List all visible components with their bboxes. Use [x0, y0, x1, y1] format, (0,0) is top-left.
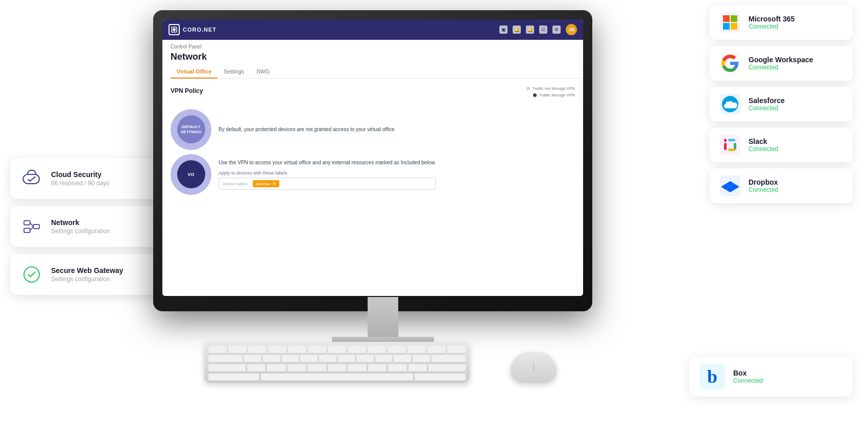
device-labels-section: Apply to devices with these labels Devic…: [219, 170, 436, 190]
label-tag-remove[interactable]: ✕: [272, 181, 276, 186]
vpn-vo-circle-outer: VO: [171, 154, 211, 195]
key: [308, 346, 326, 353]
tab-swg[interactable]: SWG: [250, 65, 276, 79]
vpn-vo-row: VO Use the VPN to access your virtual of…: [171, 154, 575, 195]
nav-settings-icon[interactable]: ⚙: [552, 26, 561, 34]
svg-rect-15: [728, 148, 735, 151]
app-logo: CORO.NET: [168, 24, 216, 35]
google-workspace-name: Google Workspace: [749, 56, 813, 64]
microsoft365-card[interactable]: Microsoft 365 Connected: [710, 5, 853, 40]
salesforce-info: Salesforce Connected: [749, 96, 785, 112]
key: [244, 355, 261, 362]
mouse-scroll-wheel: [534, 362, 534, 373]
device-labels-input[interactable]: Device labels alexmac ✕: [219, 178, 436, 190]
key: [247, 364, 266, 371]
dropbox-name: Dropbox: [749, 178, 778, 186]
nav-bar: CORO.NET ▣ 🔔 🔔 ☑ ⚙ JB: [162, 19, 583, 40]
cloud-icon: [19, 166, 44, 191]
microsoft365-name: Microsoft 365: [749, 15, 794, 23]
app-name: CORO.NET: [183, 27, 216, 33]
key: [208, 374, 259, 381]
key: [263, 355, 280, 362]
cloud-security-card-body: Cloud Security 66 resolved / 90 days: [51, 170, 149, 187]
vpn-vo-content: Use the VPN to access your virtual offic…: [219, 159, 436, 190]
vpn-default-circle-inner: DEFAULTSETTINGS: [177, 115, 205, 143]
network-card[interactable]: Network Settings configuration ⚙: [10, 206, 174, 247]
box-card[interactable]: b Box Connected: [689, 357, 853, 396]
slack-card[interactable]: Slack Connected: [710, 128, 853, 162]
nav-avatar[interactable]: JB: [566, 24, 577, 35]
key: [415, 374, 466, 381]
key: [208, 364, 246, 371]
google-workspace-card[interactable]: Google Workspace Connected: [710, 46, 853, 81]
vpn-header: VPN Policy Traffic not through VPN Traff…: [171, 86, 575, 99]
breadcrumb-parent[interactable]: Control Panel: [171, 44, 202, 49]
keyboard-row-4: [208, 374, 466, 381]
microsoft365-status: Connected: [749, 23, 794, 30]
svg-point-8: [173, 28, 176, 31]
mouse: [511, 352, 557, 383]
nav-alert-icon[interactable]: 🔔: [513, 26, 521, 34]
key: [328, 364, 346, 371]
cloud-security-card[interactable]: Cloud Security 66 resolved / 90 days 6: [10, 158, 174, 199]
vpn-vo-description: Use the VPN to access your virtual offic…: [219, 159, 436, 166]
slack-name: Slack: [749, 137, 778, 145]
svg-rect-13: [732, 139, 735, 141]
key: [268, 346, 286, 353]
nav-monitor-icon[interactable]: ▣: [499, 26, 508, 34]
vpn-default-row: DEFAULTSETTINGS By default, your protect…: [171, 109, 575, 150]
legend-no-vpn: Traffic not through VPN: [526, 86, 575, 92]
network-card-subtitle: Settings configuration: [51, 228, 148, 235]
keyboard-row-3: [208, 364, 466, 371]
box-info: Box Connected: [733, 369, 763, 384]
key: [394, 355, 411, 362]
svg-rect-0: [23, 175, 39, 184]
right-cards-panel: Microsoft 365 Connected Google Workspace…: [710, 5, 853, 203]
salesforce-name: Salesforce: [749, 96, 785, 105]
key: [407, 346, 426, 353]
network-card-body: Network Settings configuration: [51, 218, 148, 235]
key: [427, 346, 446, 353]
legend-vpn-dot: [533, 93, 537, 97]
key: [267, 364, 285, 371]
tab-virtual-office[interactable]: Virtual Office: [171, 65, 218, 79]
microsoft365-logo: [720, 12, 740, 33]
key: [348, 346, 366, 353]
swg-card-body: Secure Web Gateway Settings configuratio…: [51, 266, 158, 283]
shield-check-icon: [19, 262, 44, 287]
google-logo: [720, 53, 740, 73]
key: [228, 346, 247, 353]
vpn-rows: DEFAULTSETTINGS By default, your protect…: [171, 109, 575, 195]
nav-bell-icon[interactable]: 🔔: [526, 26, 534, 34]
key: [368, 364, 387, 371]
breadcrumb: Control Panel: [162, 40, 583, 51]
monitor-screen: CORO.NET ▣ 🔔 🔔 ☑ ⚙ JB Control Panel Netw…: [162, 19, 583, 296]
key: [413, 355, 430, 362]
key: [375, 355, 393, 362]
dropbox-card[interactable]: Dropbox Connected: [710, 168, 853, 203]
key: [368, 346, 386, 353]
svg-rect-2: [24, 228, 30, 232]
key: [348, 364, 366, 371]
salesforce-logo: [720, 94, 740, 114]
svg-rect-1: [24, 220, 30, 225]
vpn-vo-circle-inner: VO: [177, 160, 205, 188]
monitor-wrapper: CORO.NET ▣ 🔔 🔔 ☑ ⚙ JB Control Panel Netw…: [153, 10, 613, 398]
slack-logo: [720, 135, 740, 155]
salesforce-card[interactable]: Salesforce Connected: [710, 87, 853, 121]
nav-task-icon[interactable]: ☑: [539, 26, 547, 34]
key: [447, 346, 466, 353]
swg-subtitle: Settings configuration: [51, 276, 158, 283]
device-labels-field-label: Device labels: [223, 182, 248, 186]
slack-info: Slack Connected: [749, 137, 778, 153]
tab-settings[interactable]: Settings: [218, 65, 250, 79]
cloud-security-title: Cloud Security: [51, 170, 149, 179]
keyboard: [204, 342, 470, 383]
key: [338, 355, 355, 362]
nav-icons-group: ▣ 🔔 🔔 ☑ ⚙ JB: [499, 24, 577, 35]
key: [300, 355, 318, 362]
vpn-legend: Traffic not through VPN Traffic through …: [526, 86, 575, 99]
logo-box-icon: [168, 24, 180, 35]
key: [408, 364, 427, 371]
key: [288, 346, 306, 353]
